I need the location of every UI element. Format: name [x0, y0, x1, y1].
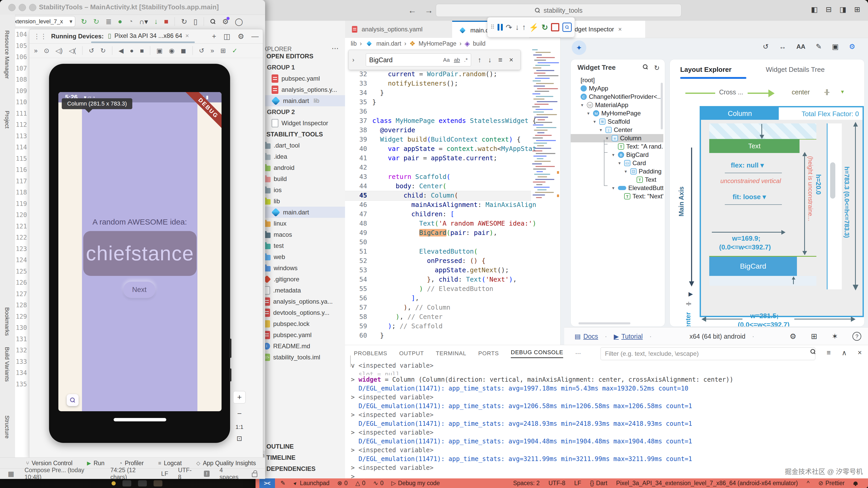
docs-link[interactable]: ▤Docs	[575, 333, 598, 340]
console-row[interactable]: ><inspected variable>	[347, 411, 867, 419]
console-row[interactable]: D/EGL_emulation(11471): app_time_stats: …	[347, 402, 867, 411]
explorer-item-main-dart[interactable]: main.dartlib	[255, 95, 345, 106]
step-over-icon[interactable]: ↷	[505, 23, 512, 32]
explorer-item--dart-tool[interactable]: .dart_tool	[255, 140, 345, 151]
breadcrumb-main-dart[interactable]: main.dart	[376, 40, 401, 47]
stop-icon[interactable]: ■	[164, 18, 168, 26]
scrollbar[interactable]	[661, 83, 663, 129]
toolwindow-resource-manager[interactable]: Resource Manager	[4, 30, 10, 79]
hot-restart-icon[interactable]: ↻	[541, 23, 548, 32]
device-tab[interactable]: ▯ Pixel 3a API 34 ...x86 64 ×	[108, 32, 189, 40]
code-line[interactable]	[372, 107, 536, 116]
code-line[interactable]: appState.getNext();	[372, 265, 536, 275]
back-icon[interactable]: ◀	[119, 47, 123, 55]
tab-analysis-options[interactable]: analysis_options.yaml	[345, 21, 465, 38]
match-case-icon[interactable]: Aa	[443, 57, 450, 63]
panel-tab-terminal[interactable]: TERMINAL	[436, 350, 466, 357]
rotate-left-icon[interactable]: ↺	[89, 47, 94, 55]
explorer-item-linux[interactable]: linux	[255, 218, 345, 229]
toggle-sidebar-icon[interactable]: ◧	[811, 5, 818, 14]
toolwindow-logcat[interactable]: ≡Logcat	[158, 460, 182, 467]
as-titlebar[interactable]: StabilityTools – MainActivity.kt [Stabil…	[0, 0, 265, 15]
close-icon[interactable]: ×	[185, 32, 189, 39]
status-item-utf-8[interactable]: UTF-8	[549, 480, 565, 487]
explorer-item-web[interactable]: web	[255, 251, 345, 262]
whole-word-icon[interactable]: ab	[454, 57, 460, 63]
code-line[interactable]: onPressed: () {	[372, 256, 536, 265]
code-line[interactable]: var pair = appState.current;	[372, 154, 536, 163]
widget-tree[interactable]: [root]MyAppCChangeNotifierProvider<...▾M…	[571, 76, 663, 268]
debug-icon[interactable]: ●	[118, 18, 122, 26]
close-button[interactable]	[8, 4, 16, 11]
select-widget-fab[interactable]	[67, 394, 79, 406]
console-row[interactable]: D/EGL_emulation(11471): app_time_stats: …	[347, 419, 867, 428]
tree-item-materialapp[interactable]: ▾MMaterialApp	[571, 101, 663, 109]
explorer-item-lib[interactable]: lib	[255, 196, 345, 207]
console-chevron[interactable]	[347, 419, 359, 428]
console-row[interactable]: ><inspected variable>	[347, 446, 867, 455]
tree-item-scaffold[interactable]: ▾≋Scaffold	[571, 118, 663, 126]
screenshot-icon[interactable]: ◉	[169, 47, 175, 55]
console-chevron[interactable]	[347, 455, 359, 463]
explorer-item--gitignore[interactable]: .gitignore	[255, 273, 345, 285]
step-out-icon[interactable]: ↑	[522, 23, 526, 32]
breadcrumb[interactable]: lib› main.dart› ❖ MyHomePage› ◈ build	[345, 38, 566, 49]
explorer-item-macos[interactable]: macos	[255, 229, 345, 240]
explorer-section-stability-tools[interactable]: ⌵STABILITY_TOOLS	[255, 129, 345, 140]
attach-debugger-icon[interactable]: ↓	[154, 18, 158, 26]
explorer-item-readme-md[interactable]: iREADME.md	[255, 340, 345, 352]
text-widget-bar[interactable]: Text	[709, 139, 800, 153]
tree-item--root-[interactable]: [root]	[571, 76, 663, 84]
explorer-item--idea[interactable]: .idea	[255, 151, 345, 162]
command-center[interactable]: stability_tools	[436, 4, 681, 17]
regex-icon[interactable]: .*	[464, 57, 468, 63]
rotate-right-icon[interactable]: ↻	[100, 47, 106, 55]
status-item-0[interactable]: ∿0	[373, 480, 384, 487]
panel-tab-ports[interactable]: PORTS	[478, 350, 499, 357]
gear-icon[interactable]: ⚙	[789, 332, 797, 341]
code-line[interactable]: mainAxisAlignment: MainAxisAlign	[372, 200, 536, 209]
code-line[interactable]: children: [	[372, 209, 536, 219]
toolwindow-build-variants[interactable]: Build Variants	[4, 347, 10, 382]
back-icon[interactable]: ←	[408, 6, 416, 15]
toggle-secondary-sidebar-icon[interactable]: ◨	[839, 5, 846, 14]
console-row[interactable]: slot = null	[347, 370, 867, 375]
stop-icon[interactable]	[551, 23, 559, 31]
tree-item-padding[interactable]: ▾⊡Padding	[571, 167, 663, 175]
layout-inspector-icon[interactable]: ⊞	[220, 47, 226, 55]
code-line[interactable]: ), // Center	[372, 312, 536, 322]
find-input[interactable]: BigCard Aa ab .*	[366, 54, 471, 66]
drag-handle-icon[interactable]: ⋮⋮	[33, 32, 47, 40]
explorer-item-analysis-options-y-[interactable]: analysis_options.y...	[255, 84, 345, 95]
code-line[interactable]	[372, 237, 536, 247]
breadcrumb-build[interactable]: build	[473, 40, 486, 47]
status-item-0[interactable]: △0	[355, 480, 366, 487]
fit-screen-icon[interactable]: ⊡	[237, 434, 242, 443]
code-content[interactable]: current = WordPair.random(); notifyListe…	[372, 69, 536, 340]
flex-value[interactable]: flex: null ▾	[731, 161, 764, 169]
fit-width-icon[interactable]: ↔	[779, 43, 786, 51]
volume-up-icon[interactable]: ◁)	[56, 47, 63, 55]
search-icon[interactable]	[210, 19, 216, 24]
minimize-icon[interactable]: —	[251, 32, 259, 41]
expand-icon[interactable]: ▶	[688, 291, 693, 297]
remote-indicator[interactable]: ><	[259, 479, 275, 488]
toolwindow-structure[interactable]: Structure	[4, 415, 10, 438]
tree-item-text-a-rand-[interactable]: TText: "A rand...	[571, 142, 663, 151]
drag-handle-icon[interactable]: ⠿	[490, 24, 494, 31]
text-size-icon[interactable]: AA	[797, 43, 805, 50]
console-filter-input[interactable]: Filter (e.g. text, !exclude, \escape)	[600, 347, 815, 360]
console-chevron[interactable]: >	[347, 463, 359, 472]
toolwindow-app-quality-insights[interactable]: ◇App Quality Insights	[196, 460, 256, 467]
widget-inspector-icon[interactable]	[562, 23, 572, 32]
code-line[interactable]: var appState = context.watch<MyAppStat	[372, 144, 536, 154]
zoom-button[interactable]	[29, 4, 36, 11]
console-chevron[interactable]: >	[347, 446, 359, 455]
close-panel-icon[interactable]: ×	[858, 349, 862, 357]
dropdown-icon[interactable]: ▾	[841, 89, 844, 95]
explorer-section-group-2[interactable]: ⌵GROUP 2	[255, 106, 345, 118]
profiler-icon[interactable]: ∩▾	[139, 18, 148, 26]
code-line[interactable]: ); // Scaffold	[372, 322, 536, 331]
bell-icon[interactable]	[854, 482, 858, 485]
overview-icon[interactable]: ■	[140, 47, 144, 55]
